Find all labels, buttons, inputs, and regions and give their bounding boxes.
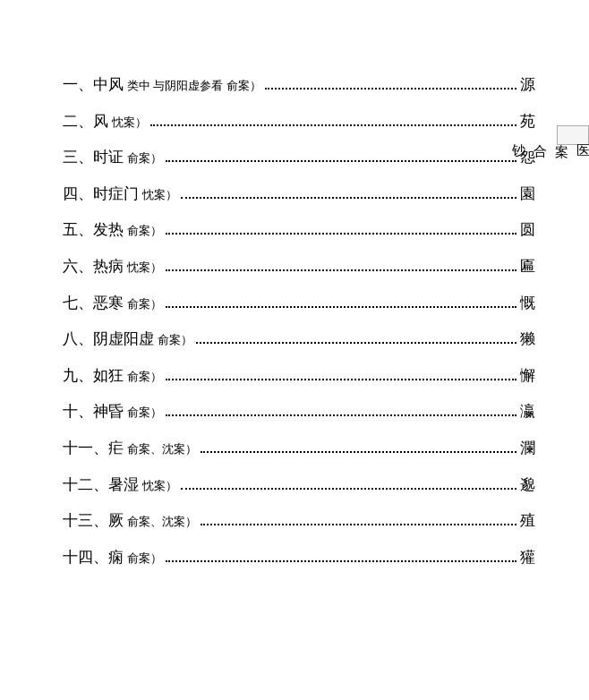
toc-item: 五、发热俞案）圆 <box>63 217 535 244</box>
toc-dots <box>166 414 516 416</box>
toc-page-number: 慨 <box>520 290 535 318</box>
toc-item: 十一、疟俞案、沈案）瀾 <box>63 435 535 463</box>
toc-item: 二、风忱案）苑 <box>63 108 535 136</box>
toc-item-label: 十一、疟俞案、沈案） <box>63 435 197 463</box>
toc-item-label: 五、发热俞案） <box>63 217 162 244</box>
toc-item: 十二、暑湿忱案）邈 <box>63 472 535 499</box>
side-label-text: 沈俞医案合钞 <box>508 133 589 137</box>
side-label: 沈俞医案合钞 <box>557 125 589 145</box>
toc-item: 十、神昏俞案）瀛 <box>63 398 535 426</box>
toc-item-label: 三、时证俞案） <box>63 144 162 172</box>
toc-dots <box>150 124 516 126</box>
toc-item-label: 九、如狂俞案） <box>63 363 162 390</box>
toc-dots <box>181 488 516 490</box>
toc-dots <box>166 560 516 562</box>
toc-item-label: 十三、厥俞案、沈案） <box>63 508 197 535</box>
toc-item: 八、阴虚阳虚俞案）獭 <box>63 326 535 354</box>
toc-dots <box>166 160 516 162</box>
toc-page-number: 瀾 <box>520 435 535 463</box>
toc-dots <box>166 306 516 308</box>
toc-item-label: 十二、暑湿忱案） <box>63 472 177 499</box>
toc-item-label: 十、神昏俞案） <box>63 398 162 426</box>
toc-dots <box>166 379 516 380</box>
toc-dots <box>166 233 516 235</box>
toc-dots <box>181 197 516 199</box>
toc-page-number: 獾 <box>520 544 535 572</box>
toc-page-number: 殖 <box>520 508 535 535</box>
toc-page-number: 匾 <box>520 253 535 281</box>
toc-item-label: 七、恶寒俞案） <box>63 290 162 318</box>
toc-page-number: 邈 <box>520 472 535 499</box>
toc-dots <box>201 451 516 453</box>
toc-item-label: 六、热病忱案） <box>63 253 162 281</box>
toc-list: 一、中风类中 与阴阳虚参看 俞案）源二、风忱案）苑三、时证俞案）怨四、时症门忱案… <box>63 72 535 571</box>
toc-page-number: 圆 <box>520 217 535 244</box>
toc-dots <box>166 269 516 271</box>
page: 一、中风类中 与阴阳虚参看 俞案）源二、风忱案）苑三、时证俞案）怨四、时症门忱案… <box>0 0 589 700</box>
toc-item: 七、恶寒俞案）慨 <box>63 290 535 318</box>
toc-page-number: 怨 <box>520 144 535 172</box>
toc-item: 六、热病忱案）匾 <box>63 253 535 281</box>
toc-dots <box>196 342 516 344</box>
toc-item: 十三、厥俞案、沈案）殖 <box>63 508 535 535</box>
toc-item: 九、如狂俞案）懈 <box>63 363 535 390</box>
toc-item-label: 八、阴虚阳虚俞案） <box>63 326 192 354</box>
toc-page-number: 懈 <box>520 363 535 390</box>
toc-item-label: 十四、痫俞案） <box>63 544 162 572</box>
toc-page-number: 園 <box>520 181 535 209</box>
toc-page-number: 瀛 <box>520 398 535 426</box>
toc-page-number: 源 <box>520 72 535 99</box>
toc-item-label: 四、时症门忱案） <box>63 181 177 209</box>
toc-item: 十四、痫俞案）獾 <box>63 544 535 572</box>
toc-item: 四、时症门忱案）園 <box>63 181 535 209</box>
toc-item: 三、时证俞案）怨 <box>63 144 535 172</box>
toc-item-label: 二、风忱案） <box>63 108 147 136</box>
toc-page-number: 苑 <box>520 108 535 136</box>
toc-page-number: 獭 <box>520 326 535 354</box>
toc-item-label: 一、中风类中 与阴阳虚参看 俞案） <box>63 72 261 99</box>
toc-dots <box>265 88 517 90</box>
toc-dots <box>201 524 516 525</box>
toc-item: 一、中风类中 与阴阳虚参看 俞案）源 <box>63 72 535 99</box>
